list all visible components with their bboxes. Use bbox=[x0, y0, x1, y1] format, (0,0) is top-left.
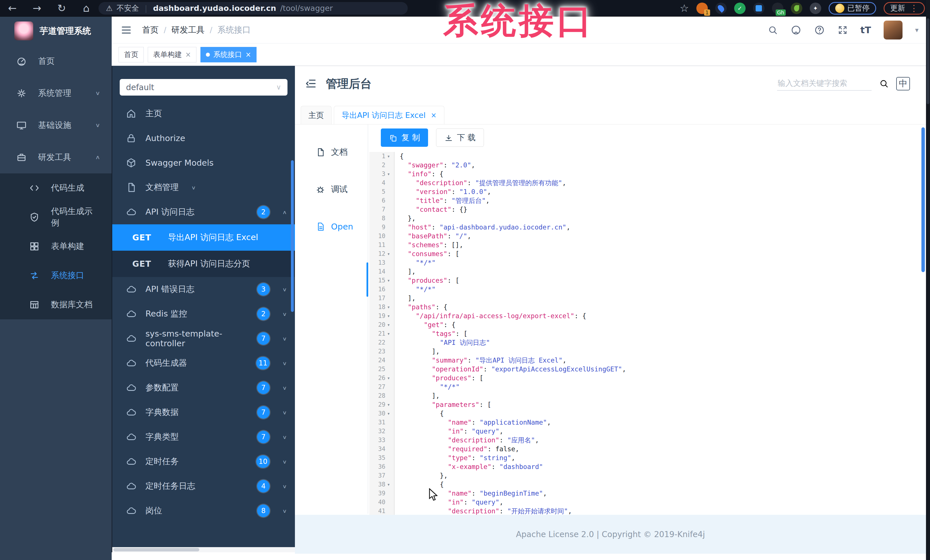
extension-icon[interactable] bbox=[791, 3, 802, 14]
doc-search-icon[interactable] bbox=[879, 79, 889, 88]
browser-home-icon[interactable]: ⌂ bbox=[74, 2, 99, 14]
sidebar-item-代码生成[interactable]: 代码生成 bbox=[0, 173, 112, 203]
window-scrollbar[interactable] bbox=[926, 0, 930, 560]
swagger-menu-代码生成器[interactable]: 代码生成器11∨ bbox=[112, 351, 295, 376]
swagger-menu-Redis 监控[interactable]: Redis 监控2∨ bbox=[112, 302, 295, 326]
search-icon[interactable] bbox=[768, 25, 778, 35]
chevron-down-icon[interactable]: ▾ bbox=[915, 26, 919, 34]
count-badge: 8 bbox=[257, 505, 270, 517]
fold-icon[interactable]: ▾ bbox=[387, 321, 394, 329]
address-bar[interactable]: ⚠ 不安全 | dashboard.yudao.iocoder.cn/tool/… bbox=[99, 2, 408, 15]
fold-icon[interactable]: ▾ bbox=[387, 374, 394, 383]
doc-tab-导出API 访问日志 Excel[interactable]: 导出API 访问日志 Excel× bbox=[334, 106, 444, 124]
swagger-menu-sys-sms-template-controller[interactable]: sys-sms-template-controller7∨ bbox=[112, 326, 295, 351]
extension-icon[interactable]: 1 bbox=[696, 3, 708, 14]
swagger-menu-定时任务日志[interactable]: 定时任务日志4∨ bbox=[112, 474, 295, 499]
tag-tab-首页[interactable]: 首页 bbox=[119, 47, 144, 62]
chevron-down-icon: ∨ bbox=[282, 434, 287, 440]
swagger-menu-字典类型[interactable]: 字典类型7∨ bbox=[112, 425, 295, 449]
fullscreen-icon[interactable] bbox=[838, 25, 848, 35]
fold-icon[interactable]: ▾ bbox=[387, 400, 394, 409]
breadcrumb-item[interactable]: 研发工具 bbox=[171, 25, 205, 35]
file-icon bbox=[316, 222, 325, 232]
copy-button[interactable]: 复 制 bbox=[381, 129, 428, 147]
swagger-menu-Authorize[interactable]: Authorize bbox=[112, 126, 295, 150]
extension-icon[interactable]: Gh bbox=[772, 3, 784, 14]
code-line: 23], bbox=[370, 347, 909, 356]
fold-icon bbox=[387, 427, 394, 436]
extension-icon[interactable] bbox=[715, 3, 727, 14]
extension-icon[interactable]: ✦ bbox=[810, 3, 821, 14]
close-icon[interactable]: × bbox=[185, 51, 191, 59]
swagger-menu-岗位[interactable]: 岗位8∨ bbox=[112, 499, 295, 523]
fold-icon[interactable]: ▾ bbox=[387, 250, 394, 258]
sidebar-item-系统管理[interactable]: 系统管理∨ bbox=[0, 77, 112, 109]
fold-icon[interactable]: ▾ bbox=[387, 152, 394, 161]
breadcrumb-item[interactable]: 首页 bbox=[142, 25, 159, 35]
chevron-down-icon: ∨ bbox=[282, 410, 287, 415]
api-item-获得API 访问日志分页[interactable]: GET获得API 访问日志分页 bbox=[112, 251, 295, 277]
menu-collapse-icon[interactable] bbox=[305, 77, 317, 90]
editor-scrollbar[interactable] bbox=[921, 127, 925, 272]
api-group-select[interactable]: default ∨ bbox=[120, 79, 288, 95]
api-item-导出API 访问日志 Excel[interactable]: GET导出API 访问日志 Excel bbox=[112, 224, 295, 251]
github-icon[interactable] bbox=[791, 25, 801, 35]
tag-tab-系统接口[interactable]: 系统接口× bbox=[200, 47, 257, 62]
swagger-menu-API 访问日志[interactable]: API 访问日志2∧ bbox=[112, 200, 295, 224]
swagger-menu-API 错误日志[interactable]: API 错误日志3∨ bbox=[112, 277, 295, 302]
paused-extension-pill[interactable]: 已暂停 bbox=[828, 2, 876, 15]
swagger-menu-文档管理[interactable]: 文档管理∨ bbox=[112, 175, 295, 200]
swagger-menu-Swagger Models[interactable]: Swagger Models bbox=[112, 150, 295, 175]
extension-icon[interactable]: ✓ bbox=[734, 3, 745, 14]
bookmark-star-icon[interactable]: ☆ bbox=[680, 2, 689, 14]
swagger-menu-参数配置[interactable]: 参数配置7∨ bbox=[112, 376, 295, 400]
chevron-down-icon: ∨ bbox=[282, 508, 287, 514]
sidebar-item-系统接口[interactable]: 系统接口 bbox=[0, 261, 112, 290]
side-tab-Open[interactable]: Open bbox=[295, 217, 368, 236]
fold-icon[interactable]: ▾ bbox=[387, 311, 394, 321]
sidebar-item-首页[interactable]: 首页 bbox=[0, 45, 112, 77]
browser-menu-icon[interactable]: ⋮ bbox=[910, 3, 918, 13]
fold-icon[interactable]: ▾ bbox=[387, 329, 394, 338]
security-warning-icon[interactable]: ⚠ bbox=[106, 4, 112, 12]
fold-icon[interactable]: ▾ bbox=[387, 409, 394, 418]
sidebar-item-表单构建[interactable]: 表单构建 bbox=[0, 232, 112, 261]
side-tab-调试[interactable]: 调试 bbox=[295, 180, 368, 199]
code-line: 40"in": "query", bbox=[370, 498, 909, 507]
download-button[interactable]: 下 载 bbox=[436, 129, 484, 147]
language-switch-icon[interactable]: 中 bbox=[896, 77, 910, 91]
tag-tabs-row: 首页表单构建×系统接口× bbox=[112, 43, 930, 66]
json-code-editor[interactable]: 1▾{2"swagger": "2.0",3▾"info": {4"descri… bbox=[370, 152, 909, 516]
sidebar-item-代码生成示例[interactable]: 代码生成示例 bbox=[0, 203, 112, 232]
side-tab-文档[interactable]: 文档 bbox=[295, 143, 368, 162]
swagger-sidebar-scrollbar[interactable] bbox=[291, 160, 294, 312]
extension-icon[interactable] bbox=[753, 3, 765, 14]
doc-tab-主页[interactable]: 主页 bbox=[301, 106, 331, 124]
sidebar-item-研发工具[interactable]: 研发工具∧ bbox=[0, 141, 112, 173]
doc-search-input[interactable] bbox=[777, 77, 871, 91]
sidebar-item-数据库文档[interactable]: 数据库文档 bbox=[0, 290, 112, 319]
fold-icon[interactable]: ▾ bbox=[387, 303, 394, 311]
sidebar-collapse-icon[interactable] bbox=[120, 24, 132, 36]
security-label[interactable]: 不安全 bbox=[117, 3, 139, 13]
browser-reload-icon[interactable]: ↻ bbox=[49, 2, 74, 14]
close-icon[interactable]: × bbox=[431, 111, 436, 119]
font-size-icon[interactable]: tT bbox=[861, 25, 871, 35]
fold-icon[interactable]: ▾ bbox=[387, 276, 394, 285]
help-icon[interactable] bbox=[814, 25, 825, 35]
sidebar-item-基础设施[interactable]: 基础设施∨ bbox=[0, 109, 112, 141]
browser-back-icon[interactable]: ← bbox=[0, 2, 25, 14]
swagger-sidebar-hscrollbar[interactable] bbox=[112, 547, 295, 552]
swagger-menu-定时任务[interactable]: 定时任务10∨ bbox=[112, 449, 295, 474]
app-logo-row[interactable]: 芋道管理系统 bbox=[0, 17, 112, 45]
fold-icon[interactable]: ▾ bbox=[387, 480, 394, 489]
browser-update-button[interactable]: 更新 ⋮ bbox=[884, 2, 925, 15]
close-icon[interactable]: × bbox=[245, 51, 251, 59]
avatar[interactable] bbox=[884, 21, 902, 40]
swagger-menu-字典数据[interactable]: 字典数据7∨ bbox=[112, 400, 295, 425]
fold-icon[interactable]: ▾ bbox=[387, 170, 394, 179]
swagger-menu-主页[interactable]: 主页 bbox=[112, 101, 295, 126]
line-number: 12 bbox=[370, 250, 387, 258]
tag-tab-表单构建[interactable]: 表单构建× bbox=[148, 47, 196, 62]
browser-forward-icon[interactable]: → bbox=[25, 2, 49, 14]
